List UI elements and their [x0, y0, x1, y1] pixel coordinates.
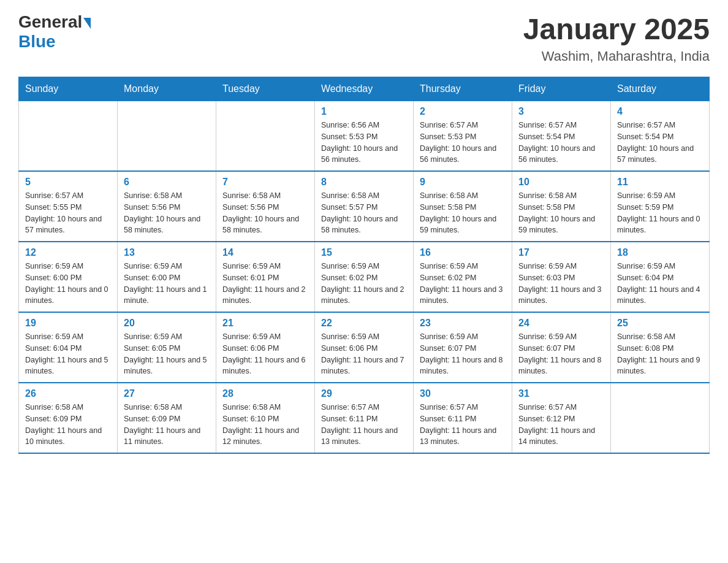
day-info: Sunrise: 6:59 AMSunset: 6:06 PMDaylight:… [321, 331, 407, 377]
page-header: General Blue January 2025 Washim, Mahara… [18, 12, 710, 64]
calendar-cell: 24Sunrise: 6:59 AMSunset: 6:07 PMDayligh… [512, 312, 611, 383]
calendar-cell [19, 101, 118, 172]
header-cell-friday: Friday [512, 77, 611, 101]
calendar-cell: 7Sunrise: 6:58 AMSunset: 5:56 PMDaylight… [216, 171, 315, 242]
calendar-cell: 6Sunrise: 6:58 AMSunset: 5:56 PMDaylight… [118, 171, 216, 242]
calendar-cell: 14Sunrise: 6:59 AMSunset: 6:01 PMDayligh… [216, 242, 315, 312]
calendar-cell [216, 101, 315, 172]
day-number: 14 [222, 247, 308, 258]
calendar-cell: 8Sunrise: 6:58 AMSunset: 5:57 PMDaylight… [315, 171, 414, 242]
header-cell-wednesday: Wednesday [315, 77, 414, 101]
calendar-cell: 10Sunrise: 6:58 AMSunset: 5:58 PMDayligh… [512, 171, 611, 242]
day-number: 22 [321, 318, 407, 329]
day-info: Sunrise: 6:58 AMSunset: 6:09 PMDaylight:… [25, 402, 111, 448]
title-section: January 2025 Washim, Maharashtra, India [523, 12, 710, 64]
logo-general-text: General [18, 12, 82, 32]
day-number: 11 [617, 177, 703, 188]
calendar-cell: 30Sunrise: 6:57 AMSunset: 6:11 PMDayligh… [414, 383, 512, 453]
calendar-week-3: 12Sunrise: 6:59 AMSunset: 6:00 PMDayligh… [19, 242, 710, 312]
day-info: Sunrise: 6:58 AMSunset: 5:58 PMDaylight:… [518, 190, 604, 236]
day-info: Sunrise: 6:59 AMSunset: 6:00 PMDaylight:… [25, 261, 111, 307]
day-number: 19 [25, 318, 111, 329]
logo: General Blue [18, 12, 91, 52]
calendar-cell: 20Sunrise: 6:59 AMSunset: 6:05 PMDayligh… [118, 312, 216, 383]
day-number: 18 [617, 247, 703, 258]
day-info: Sunrise: 6:57 AMSunset: 5:53 PMDaylight:… [420, 120, 506, 166]
day-number: 30 [420, 388, 506, 399]
calendar-body: 1Sunrise: 6:56 AMSunset: 5:53 PMDaylight… [19, 101, 710, 454]
day-number: 5 [25, 177, 111, 188]
day-number: 3 [518, 106, 604, 117]
day-number: 29 [321, 388, 407, 399]
header-cell-sunday: Sunday [19, 77, 118, 101]
day-number: 1 [321, 106, 407, 117]
day-info: Sunrise: 6:58 AMSunset: 5:57 PMDaylight:… [321, 190, 407, 236]
month-title: January 2025 [523, 12, 710, 46]
calendar-cell: 4Sunrise: 6:57 AMSunset: 5:54 PMDaylight… [611, 101, 710, 172]
day-number: 27 [124, 388, 210, 399]
calendar-cell: 11Sunrise: 6:59 AMSunset: 5:59 PMDayligh… [611, 171, 710, 242]
day-number: 21 [222, 318, 308, 329]
day-info: Sunrise: 6:58 AMSunset: 5:56 PMDaylight:… [222, 190, 308, 236]
day-number: 25 [617, 318, 703, 329]
day-info: Sunrise: 6:59 AMSunset: 6:02 PMDaylight:… [321, 261, 407, 307]
header-cell-saturday: Saturday [611, 77, 710, 101]
header-cell-monday: Monday [118, 77, 216, 101]
day-number: 8 [321, 177, 407, 188]
calendar-cell: 29Sunrise: 6:57 AMSunset: 6:11 PMDayligh… [315, 383, 414, 453]
day-info: Sunrise: 6:58 AMSunset: 5:58 PMDaylight:… [420, 190, 506, 236]
calendar-cell: 13Sunrise: 6:59 AMSunset: 6:00 PMDayligh… [118, 242, 216, 312]
day-number: 16 [420, 247, 506, 258]
calendar-header: SundayMondayTuesdayWednesdayThursdayFrid… [19, 77, 710, 101]
day-info: Sunrise: 6:57 AMSunset: 6:11 PMDaylight:… [321, 402, 407, 448]
calendar-cell: 3Sunrise: 6:57 AMSunset: 5:54 PMDaylight… [512, 101, 611, 172]
calendar-week-2: 5Sunrise: 6:57 AMSunset: 5:55 PMDaylight… [19, 171, 710, 242]
calendar-cell: 27Sunrise: 6:58 AMSunset: 6:09 PMDayligh… [118, 383, 216, 453]
calendar-cell: 22Sunrise: 6:59 AMSunset: 6:06 PMDayligh… [315, 312, 414, 383]
day-info: Sunrise: 6:58 AMSunset: 6:09 PMDaylight:… [124, 402, 210, 448]
day-info: Sunrise: 6:56 AMSunset: 5:53 PMDaylight:… [321, 120, 407, 166]
day-info: Sunrise: 6:59 AMSunset: 6:03 PMDaylight:… [518, 261, 604, 307]
day-number: 17 [518, 247, 604, 258]
day-info: Sunrise: 6:59 AMSunset: 6:04 PMDaylight:… [25, 331, 111, 377]
day-number: 13 [124, 247, 210, 258]
day-info: Sunrise: 6:59 AMSunset: 6:01 PMDaylight:… [222, 261, 308, 307]
day-info: Sunrise: 6:57 AMSunset: 5:54 PMDaylight:… [617, 120, 703, 166]
calendar-cell: 16Sunrise: 6:59 AMSunset: 6:02 PMDayligh… [414, 242, 512, 312]
day-number: 20 [124, 318, 210, 329]
day-info: Sunrise: 6:58 AMSunset: 6:10 PMDaylight:… [222, 402, 308, 448]
calendar-cell: 23Sunrise: 6:59 AMSunset: 6:07 PMDayligh… [414, 312, 512, 383]
day-number: 2 [420, 106, 506, 117]
calendar-week-5: 26Sunrise: 6:58 AMSunset: 6:09 PMDayligh… [19, 383, 710, 453]
day-number: 15 [321, 247, 407, 258]
day-info: Sunrise: 6:59 AMSunset: 5:59 PMDaylight:… [617, 190, 703, 236]
day-number: 26 [25, 388, 111, 399]
calendar-cell: 2Sunrise: 6:57 AMSunset: 5:53 PMDaylight… [414, 101, 512, 172]
day-number: 7 [222, 177, 308, 188]
day-number: 4 [617, 106, 703, 117]
calendar-cell: 21Sunrise: 6:59 AMSunset: 6:06 PMDayligh… [216, 312, 315, 383]
calendar-cell: 1Sunrise: 6:56 AMSunset: 5:53 PMDaylight… [315, 101, 414, 172]
calendar-cell: 5Sunrise: 6:57 AMSunset: 5:55 PMDaylight… [19, 171, 118, 242]
day-number: 31 [518, 388, 604, 399]
day-info: Sunrise: 6:57 AMSunset: 6:12 PMDaylight:… [518, 402, 604, 448]
location-text: Washim, Maharashtra, India [523, 48, 710, 64]
day-number: 28 [222, 388, 308, 399]
calendar-week-1: 1Sunrise: 6:56 AMSunset: 5:53 PMDaylight… [19, 101, 710, 172]
day-number: 23 [420, 318, 506, 329]
day-info: Sunrise: 6:59 AMSunset: 6:07 PMDaylight:… [518, 331, 604, 377]
header-cell-thursday: Thursday [414, 77, 512, 101]
day-info: Sunrise: 6:57 AMSunset: 6:11 PMDaylight:… [420, 402, 506, 448]
calendar-cell: 9Sunrise: 6:58 AMSunset: 5:58 PMDaylight… [414, 171, 512, 242]
day-number: 6 [124, 177, 210, 188]
calendar-cell: 18Sunrise: 6:59 AMSunset: 6:04 PMDayligh… [611, 242, 710, 312]
header-row: SundayMondayTuesdayWednesdayThursdayFrid… [19, 77, 710, 101]
calendar-cell: 26Sunrise: 6:58 AMSunset: 6:09 PMDayligh… [19, 383, 118, 453]
calendar-cell: 19Sunrise: 6:59 AMSunset: 6:04 PMDayligh… [19, 312, 118, 383]
calendar-cell: 17Sunrise: 6:59 AMSunset: 6:03 PMDayligh… [512, 242, 611, 312]
day-info: Sunrise: 6:59 AMSunset: 6:06 PMDaylight:… [222, 331, 308, 377]
logo-blue-text: Blue [18, 32, 91, 52]
day-info: Sunrise: 6:59 AMSunset: 6:02 PMDaylight:… [420, 261, 506, 307]
day-info: Sunrise: 6:57 AMSunset: 5:55 PMDaylight:… [25, 190, 111, 236]
calendar-cell: 12Sunrise: 6:59 AMSunset: 6:00 PMDayligh… [19, 242, 118, 312]
